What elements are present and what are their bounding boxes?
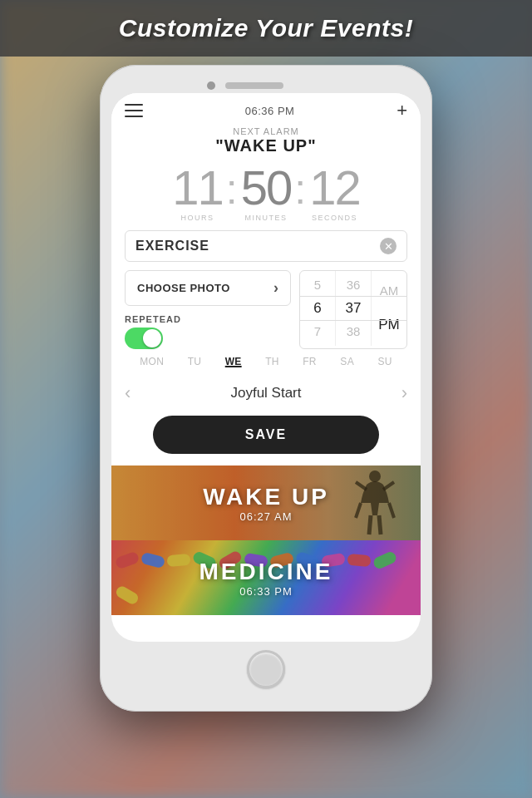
phone-bottom <box>111 642 421 700</box>
banner-text: Customize Your Events! <box>119 14 413 42</box>
add-event-button[interactable]: + <box>397 100 407 121</box>
hour-option-6: 6 <box>313 297 321 319</box>
hour-option-7: 7 <box>314 322 321 342</box>
wakeup-card-time: 06:27 AM <box>240 510 293 523</box>
minute-option-38: 38 <box>347 322 361 342</box>
form-area: ✕ CHOOSE PHOTO › REPETEAD <box>111 222 421 377</box>
config-row: CHOOSE PHOTO › REPETEAD <box>125 270 407 349</box>
minute-column[interactable]: 36 37 38 <box>336 271 371 346</box>
ampm-option-am: AM <box>380 281 399 301</box>
clear-input-button[interactable]: ✕ <box>380 238 397 254</box>
top-banner: Customize Your Events! <box>0 0 532 57</box>
choose-photo-label: CHOOSE PHOTO <box>137 282 230 294</box>
wakeup-card-title: WAKE UP <box>203 484 329 510</box>
phone-speaker <box>225 82 283 89</box>
colon-2: : <box>291 169 309 210</box>
day-fr[interactable]: FR <box>303 356 317 367</box>
phone-frame: 06:36 PM + NEXT ALARM "WAKE UP" 11 HOURS… <box>100 65 432 712</box>
minutes-label: MINUTES <box>244 214 287 222</box>
save-button-wrapper: SAVE <box>111 409 421 466</box>
minutes-unit: 50 MINUTES <box>241 164 292 222</box>
phone-screen: 06:36 PM + NEXT ALARM "WAKE UP" 11 HOURS… <box>111 93 421 642</box>
seconds-label: SECONDS <box>312 214 357 222</box>
theme-selector: ‹ Joyful Start › <box>111 377 421 409</box>
day-mon[interactable]: MON <box>140 356 164 367</box>
toggle-knob <box>143 329 161 347</box>
picker-inner: 5 6 7 36 37 38 <box>300 271 406 346</box>
medicine-card-time: 06:33 PM <box>239 585 293 598</box>
hours-label: HOURS <box>181 214 214 222</box>
minute-option-36: 36 <box>347 275 361 295</box>
theme-name: Joyful Start <box>230 385 301 401</box>
wakeup-card-overlay: WAKE UP 06:27 AM <box>111 466 421 540</box>
left-config-col: CHOOSE PHOTO › REPETEAD <box>125 270 291 349</box>
seconds-digits: 12 <box>309 164 360 212</box>
repeat-label: REPETEAD <box>125 314 291 324</box>
alarm-name: "WAKE UP" <box>111 136 421 155</box>
next-theme-button[interactable]: › <box>401 382 407 404</box>
seconds-unit: 12 SECONDS <box>309 164 360 222</box>
minutes-digits: 50 <box>241 164 292 212</box>
status-time: 06:36 PM <box>245 105 295 117</box>
phone-notch <box>111 76 421 93</box>
day-th[interactable]: TH <box>265 356 279 367</box>
medicine-card-overlay: MEDICINE 06:33 PM <box>111 540 421 615</box>
hour-option-5: 5 <box>314 275 321 295</box>
colon-1: : <box>223 169 241 210</box>
status-bar: 06:36 PM + <box>111 93 421 125</box>
day-tu[interactable]: TU <box>188 356 202 367</box>
wakeup-alarm-card[interactable]: WAKE UP 06:27 AM <box>111 466 421 540</box>
day-we[interactable]: WE <box>225 356 242 367</box>
prev-theme-button[interactable]: ‹ <box>125 382 131 404</box>
hours-digits: 11 <box>172 164 223 212</box>
save-button[interactable]: SAVE <box>153 416 379 454</box>
chevron-right-icon: › <box>273 279 278 297</box>
days-row: MON TU WE TH FR SA SU <box>125 349 407 371</box>
exercise-input[interactable] <box>135 239 380 254</box>
countdown-display: 11 HOURS : 50 MINUTES : 12 SECONDS <box>111 160 421 222</box>
alarm-header: NEXT ALARM "WAKE UP" <box>111 125 421 160</box>
medicine-card-title: MEDICINE <box>200 559 333 585</box>
exercise-row: ✕ <box>125 230 407 262</box>
hour-column[interactable]: 5 6 7 <box>300 271 335 346</box>
day-su[interactable]: SU <box>377 356 392 367</box>
menu-icon[interactable] <box>125 104 143 117</box>
day-sa[interactable]: SA <box>340 356 354 367</box>
front-camera <box>207 81 215 90</box>
medicine-alarm-card[interactable]: MEDICINE 06:33 PM <box>111 540 421 615</box>
choose-photo-button[interactable]: CHOOSE PHOTO › <box>125 270 291 306</box>
repeat-section: REPETEAD <box>125 314 291 349</box>
app-screen: 06:36 PM + NEXT ALARM "WAKE UP" 11 HOURS… <box>111 93 421 642</box>
ampm-column[interactable]: AM PM <box>372 271 406 346</box>
time-picker[interactable]: 5 6 7 36 37 38 <box>299 270 407 349</box>
home-button[interactable] <box>247 650 285 688</box>
hours-unit: 11 HOURS <box>172 164 223 222</box>
next-alarm-label: NEXT ALARM <box>111 126 421 136</box>
repeat-toggle[interactable] <box>125 328 163 349</box>
minute-option-37: 37 <box>346 297 362 319</box>
ampm-option-pm: PM <box>378 313 400 336</box>
